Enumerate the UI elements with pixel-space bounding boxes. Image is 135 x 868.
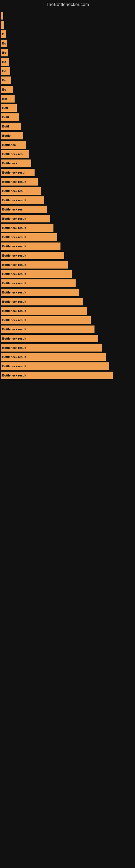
bar-label-24: Bottleneck result: [2, 226, 26, 229]
bar-31: Bottleneck result: [1, 289, 79, 296]
bar-label-12: Bottl: [2, 116, 9, 119]
bar-26: Bottleneck result: [1, 243, 60, 250]
bar-18: Bottleneck resul: [1, 169, 35, 176]
bar-row: Bottlenec: [1, 141, 135, 149]
bar-row: Bo: [1, 58, 135, 66]
bar-row: Bottleneck resu: [1, 187, 135, 195]
bar-label-37: Bottleneck result: [2, 346, 26, 349]
bar-row: Bottleneck result: [1, 233, 135, 241]
bar-label-15: Bottlenec: [2, 143, 16, 147]
bar-row: Bottl: [1, 123, 135, 130]
bar-37: Bottleneck result: [1, 344, 102, 351]
bar-row: Bottleneck result: [1, 224, 135, 231]
bar-label-36: Bottleneck result: [2, 337, 26, 340]
bar-row: Bottleneck result: [1, 270, 135, 278]
bar-24: Bottleneck result: [1, 224, 53, 231]
bar-label-22: Bottleneck res: [2, 208, 23, 211]
bar-39: Bottleneck result: [1, 362, 109, 370]
bar-16: Bottleneck res: [1, 150, 29, 158]
bar-28: Bottleneck result: [1, 261, 68, 269]
bar-label-10: Bot: [2, 97, 7, 100]
bar-17: Bottleneck: [1, 159, 31, 167]
bar-row: Bottleneck result: [1, 326, 135, 333]
bar-40: Bottleneck result: [1, 372, 113, 379]
bar-row: Bottleneck result: [1, 289, 135, 296]
bar-label-27: Bottleneck result: [2, 254, 26, 257]
bar-row: Bottleneck result: [1, 196, 135, 204]
bar-22: Bottleneck res: [1, 206, 47, 213]
bar-label-34: Bottleneck result: [2, 318, 26, 322]
bar-25: Bottleneck result: [1, 233, 57, 241]
bar-label-5: Bo: [2, 51, 6, 54]
bar-label-40: Bottleneck result: [2, 374, 26, 377]
bar-27: Bottleneck result: [1, 252, 64, 259]
bar-label-25: Bottleneck result: [2, 236, 26, 239]
bar-label-13: Bottl: [2, 125, 9, 128]
bar-5: Bo: [1, 49, 8, 56]
bar-row: Bottleneck result: [1, 335, 135, 342]
bar-row: Bottleneck result: [1, 279, 135, 287]
bar-label-31: Bottleneck result: [2, 291, 26, 294]
bar-34: Bottleneck result: [1, 316, 91, 324]
bar-row: Bottleneck result: [1, 178, 135, 186]
bar-35: Bottleneck result: [1, 326, 94, 333]
bar-row: [1, 21, 135, 29]
bar-label-28: Bottleneck result: [2, 263, 26, 267]
bar-8: Bo: [1, 76, 11, 84]
bar-row: Bott: [1, 104, 135, 112]
bar-7: Bo: [1, 67, 10, 75]
bar-row: Bottleneck result: [1, 353, 135, 361]
bar-label-33: Bottleneck result: [2, 309, 26, 312]
bar-13: Bottl: [1, 123, 21, 130]
bar-label-3: B: [2, 33, 4, 36]
bar-3: B: [1, 30, 6, 38]
bar-30: Bottleneck result: [1, 279, 76, 287]
bar-row: Bottle: [1, 132, 135, 140]
bar-20: Bottleneck resu: [1, 187, 41, 195]
site-title-bar: TheBottlenecker.com: [0, 0, 135, 9]
bars-container: BBoBoBoBoBoBoBotBottBottlBottlBottleBott…: [0, 9, 135, 383]
bar-label-9: Bo: [2, 88, 6, 91]
bar-row: Bottleneck result: [1, 243, 135, 250]
bar-label-23: Bottleneck result: [2, 217, 26, 220]
bar-row: Bottleneck resul: [1, 169, 135, 176]
bar-label-29: Bottleneck result: [2, 272, 26, 276]
bar-6: Bo: [1, 58, 9, 66]
bar-32: Bottleneck result: [1, 298, 83, 305]
bar-row: [1, 12, 135, 20]
bar-11: Bott: [1, 104, 17, 112]
bar-row: Bo: [1, 76, 135, 84]
bar-label-32: Bottleneck result: [2, 300, 26, 303]
bar-label-8: Bo: [2, 79, 6, 82]
bar-row: Bottleneck res: [1, 206, 135, 213]
bar-row: Bo: [1, 86, 135, 93]
bar-38: Bottleneck result: [1, 353, 106, 361]
bar-4: Bo: [1, 40, 7, 47]
bar-row: Bottleneck result: [1, 298, 135, 305]
bar-14: Bottle: [1, 132, 23, 140]
bar-label-19: Bottleneck result: [2, 180, 26, 183]
bar-19: Bottleneck result: [1, 178, 38, 186]
bar-label-39: Bottleneck result: [2, 365, 26, 368]
bar-9: Bo: [1, 86, 13, 93]
bar-1: [1, 12, 3, 20]
bar-label-18: Bottleneck resul: [2, 171, 26, 174]
bar-row: Bottleneck result: [1, 344, 135, 351]
bar-label-14: Bottle: [2, 134, 10, 137]
bar-23: Bottleneck result: [1, 215, 50, 222]
bar-row: Bottleneck: [1, 159, 135, 167]
bar-21: Bottleneck result: [1, 196, 44, 204]
bar-label-26: Bottleneck result: [2, 245, 26, 248]
bar-row: Bottleneck result: [1, 316, 135, 324]
bar-label-6: Bo: [2, 60, 6, 63]
bar-label-30: Bottleneck result: [2, 282, 26, 285]
bar-label-7: Bo: [2, 69, 6, 73]
bar-10: Bot: [1, 95, 14, 102]
bar-29: Bottleneck result: [1, 270, 72, 278]
bar-label-4: Bo: [2, 42, 6, 45]
bar-row: Bo: [1, 67, 135, 75]
bar-label-16: Bottleneck res: [2, 152, 23, 156]
bar-15: Bottlenec: [1, 141, 26, 149]
bar-row: Bottleneck result: [1, 362, 135, 370]
bar-label-38: Bottleneck result: [2, 355, 26, 359]
